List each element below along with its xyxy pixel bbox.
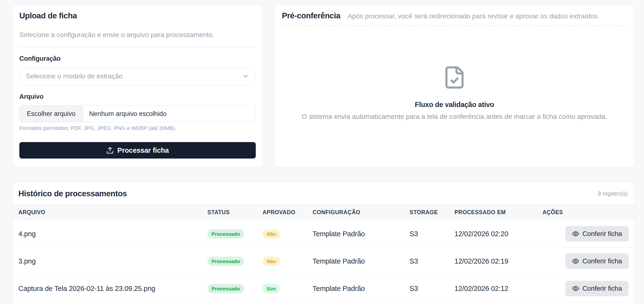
table-row: 4.png Processado Não Template Padrão S3 … <box>12 220 634 248</box>
preconference-title: Pré-conferência <box>282 11 340 21</box>
config-label: Configuração <box>19 55 256 63</box>
storage-cell: S3 <box>410 285 454 293</box>
process-button-label: Processar ficha <box>117 146 169 154</box>
status-badge: Processado <box>208 229 244 239</box>
conferir-ficha-label: Conferir ficha <box>582 257 622 265</box>
process-button[interactable]: Processar ficha <box>19 142 256 159</box>
eye-icon <box>572 230 579 237</box>
top-row: Upload de ficha Selecione a configuração… <box>12 5 634 167</box>
file-input[interactable]: Escolher arquivo Nenhum arquivo escolhid… <box>19 105 256 122</box>
status-badge: Processado <box>208 284 244 293</box>
conferir-ficha-button[interactable]: Conferir ficha <box>566 226 628 241</box>
column-header-acoes: AÇÕES <box>542 209 628 216</box>
config-cell: Template Padrão <box>312 285 410 293</box>
config-cell: Template Padrão <box>312 257 410 265</box>
column-header-processado-em: PROCESSADO EM <box>454 209 542 216</box>
column-header-arquivo: ARQUIVO <box>18 209 208 216</box>
file-cell: 3.png <box>18 257 208 265</box>
preconference-header: Pré-conferência Após processar, você ser… <box>282 11 627 21</box>
approved-badge: Sim <box>262 284 280 293</box>
eye-icon <box>572 285 579 292</box>
config-cell: Template Padrão <box>312 230 410 238</box>
status-badge: Processado <box>208 256 244 266</box>
column-header-aprovado: APROVADO <box>262 209 312 216</box>
empty-state-title: Fluxo de validação ativo <box>415 101 494 109</box>
upload-icon <box>106 146 114 154</box>
processed-at-cell: 12/02/2026 02:12 <box>454 285 542 293</box>
choose-file-button[interactable]: Escolher arquivo <box>20 106 83 122</box>
upload-card-title: Upload de ficha <box>19 11 256 21</box>
approved-badge: Não <box>262 256 280 266</box>
divider <box>19 47 256 47</box>
table-header: ARQUIVO STATUS APROVADO CONFIGURAÇÃO STO… <box>12 204 634 220</box>
column-header-status: STATUS <box>208 209 262 216</box>
table-row: Captura de Tela 2026-02-11 às 23.09.25.p… <box>12 275 634 302</box>
file-cell: 4.png <box>18 230 208 238</box>
preconference-empty-state: Fluxo de validação ativo O sistema envia… <box>282 26 627 160</box>
upload-card: Upload de ficha Selecione a configuração… <box>12 5 263 167</box>
config-select-placeholder: Selecione o modelo de extração <box>26 72 122 80</box>
file-check-icon <box>442 65 466 90</box>
history-header: Histórico de processamentos 8 registro(s… <box>12 182 634 204</box>
conferir-ficha-label: Conferir ficha <box>582 230 622 238</box>
empty-state-text: O sistema envia automaticamente para a t… <box>302 113 607 121</box>
column-header-configuracao: CONFIGURAÇÃO <box>312 209 410 216</box>
conferir-ficha-button[interactable]: Conferir ficha <box>566 281 628 296</box>
column-header-storage: STORAGE <box>410 209 454 216</box>
conferir-ficha-button[interactable]: Conferir ficha <box>566 253 628 269</box>
records-count: 8 registro(s) <box>598 190 628 197</box>
file-hint: Formatos permitidos: PDF, JPG, JPEG, PNG… <box>19 125 256 131</box>
chevron-down-icon <box>242 73 249 80</box>
config-select[interactable]: Selecione o modelo de extração <box>19 67 256 85</box>
preconference-card: Pré-conferência Após processar, você ser… <box>274 5 634 167</box>
table-row: 3.png Processado Não Template Padrão S3 … <box>12 248 634 275</box>
file-cell: Captura de Tela 2026-02-11 às 23.09.25.p… <box>18 285 208 293</box>
conferir-ficha-label: Conferir ficha <box>582 285 622 292</box>
approved-badge: Não <box>262 229 280 239</box>
storage-cell: S3 <box>410 257 454 265</box>
history-title: Histórico de processamentos <box>18 189 127 198</box>
processed-at-cell: 12/02/2026 02:19 <box>454 257 542 265</box>
processed-at-cell: 12/02/2026 02:20 <box>454 230 542 238</box>
history-card: Histórico de processamentos 8 registro(s… <box>12 182 634 304</box>
upload-card-subtitle: Selecione a configuração e envie o arqui… <box>19 31 256 39</box>
eye-icon <box>572 257 579 265</box>
storage-cell: S3 <box>410 230 454 238</box>
preconference-subtitle: Após processar, você será redirecionado … <box>348 12 599 20</box>
file-name-text: Nenhum arquivo escolhido <box>83 106 173 122</box>
file-label: Arquivo <box>19 93 256 100</box>
